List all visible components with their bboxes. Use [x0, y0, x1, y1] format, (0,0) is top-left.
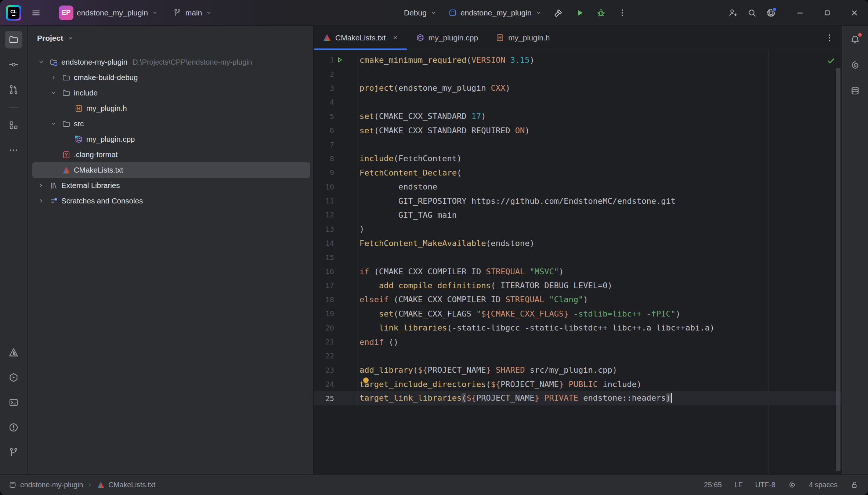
tool-window-button-cmake[interactable] — [5, 344, 22, 361]
clion-logo-icon[interactable]: CL — [6, 5, 21, 21]
tool-window-button-notifications[interactable] — [846, 31, 864, 48]
inspections-ok-icon[interactable] — [826, 56, 836, 65]
tool-window-button-terminal[interactable] — [5, 394, 22, 411]
code-line-8[interactable]: 8include(FetchContent) — [314, 152, 842, 166]
code-line-18[interactable]: 18elseif (CMAKE_CXX_COMPILER_ID STREQUAL… — [314, 293, 842, 307]
chevron-right-icon[interactable] — [37, 182, 45, 189]
status-highlighting-level[interactable] — [788, 481, 796, 489]
run-mode-selector[interactable]: Debug — [399, 6, 442, 20]
editor-tab-cmakelists-txt[interactable]: CMakeLists.txt — [314, 26, 407, 50]
gutter-line-4[interactable]: 4 — [314, 95, 358, 109]
code-line-11[interactable]: 11 GIT_REPOSITORY https://github.com/End… — [314, 194, 842, 208]
chevron-down-icon[interactable] — [50, 120, 57, 127]
minimize-button[interactable] — [786, 0, 814, 26]
editor-scrollbar[interactable] — [836, 68, 840, 471]
code-line-21[interactable]: 21endif () — [314, 335, 842, 349]
code-editor[interactable]: 1cmake_minimum_required(VERSION 3.15)23p… — [314, 50, 842, 474]
gutter-line-1[interactable]: 1 — [314, 53, 358, 67]
tool-window-button-version-control[interactable] — [5, 444, 22, 461]
gutter-line-5[interactable]: 5 — [314, 109, 358, 123]
tool-window-button-commit[interactable] — [5, 56, 22, 73]
tool-window-button-structure[interactable] — [5, 116, 22, 134]
gutter-line-19[interactable]: 19 — [314, 307, 358, 321]
code-line-7[interactable]: 7 — [314, 137, 842, 151]
code-line-2[interactable]: 2 — [314, 67, 842, 81]
tree-expander[interactable] — [37, 182, 46, 189]
tool-window-button-database[interactable] — [846, 82, 864, 100]
tree-item--clang-format[interactable]: .clang-format — [32, 147, 310, 162]
gutter-line-12[interactable]: 12 — [314, 208, 358, 222]
maximize-button[interactable] — [814, 0, 841, 26]
gutter-line-11[interactable]: 11 — [314, 194, 358, 208]
tree-expander[interactable] — [49, 89, 58, 97]
gutter-line-3[interactable]: 3 — [314, 81, 358, 95]
gutter-line-7[interactable]: 7 — [314, 137, 358, 151]
tool-window-button-ai-assistant[interactable] — [846, 57, 864, 74]
code-with-me-button[interactable] — [723, 4, 742, 22]
gutter-line-18[interactable]: 18 — [314, 293, 358, 307]
tool-window-button-services[interactable] — [5, 369, 22, 386]
code-line-13[interactable]: 13) — [314, 222, 842, 236]
chevron-right-icon[interactable] — [37, 197, 45, 205]
gutter-line-20[interactable]: 20 — [314, 321, 358, 335]
project-panel-header[interactable]: Project — [28, 26, 313, 51]
project-widget[interactable]: EP endstone_my_plugin — [54, 3, 163, 23]
code-line-5[interactable]: 5set(CMAKE_CXX_STANDARD 17) — [314, 109, 842, 123]
gutter-line-15[interactable]: 15 — [314, 250, 358, 264]
gutter-line-23[interactable]: 23 — [314, 363, 358, 377]
code-line-10[interactable]: 10 endstone — [314, 180, 842, 194]
code-line-12[interactable]: 12 GIT_TAG main — [314, 208, 842, 222]
status-file-writable[interactable] — [850, 481, 858, 489]
tree-item-endstone-my-plugin[interactable]: endstone-my-pluginD:\Projects\CPP\endsto… — [32, 54, 310, 70]
gutter-line-25[interactable]: 25 — [314, 391, 358, 405]
gutter-line-17[interactable]: 17 — [314, 278, 358, 292]
tab-close-icon[interactable] — [392, 35, 398, 41]
tree-item-cmake-build-debug[interactable]: cmake-build-debug — [32, 70, 310, 85]
gutter-line-21[interactable]: 21 — [314, 335, 358, 349]
code-line-25[interactable]: 25target_link_libraries(${PROJECT_NAME} … — [314, 391, 842, 405]
code-line-15[interactable]: 15 — [314, 250, 842, 264]
editor-tab-my-plugin-cpp[interactable]: my_plugin.cpp — [407, 26, 487, 50]
tree-item-cmakelists-txt[interactable]: CMakeLists.txt — [32, 162, 310, 178]
tree-item-my-plugin-h[interactable]: my_plugin.h — [32, 101, 310, 116]
chevron-down-icon[interactable] — [50, 89, 57, 97]
editor-tab-my-plugin-h[interactable]: my_plugin.h — [487, 26, 558, 50]
code-line-24[interactable]: 24target_include_directories(${PROJECT_N… — [314, 377, 842, 391]
run-line-icon[interactable] — [335, 55, 344, 64]
debug-button[interactable] — [592, 4, 611, 22]
tree-item-external-libraries[interactable]: External Libraries — [32, 178, 310, 193]
breadcrumb-cmakelists-txt[interactable]: CMakeLists.txt — [97, 481, 155, 489]
close-button[interactable] — [841, 0, 868, 26]
code-line-20[interactable]: 20 link_libraries(-static-libgcc -static… — [314, 321, 842, 335]
gutter-line-22[interactable]: 22 — [314, 349, 358, 363]
vcs-branch-widget[interactable]: main — [168, 5, 217, 21]
gutter-line-13[interactable]: 13 — [314, 222, 358, 236]
search-everywhere-button[interactable] — [742, 4, 762, 22]
settings-button[interactable] — [762, 4, 781, 22]
code-line-9[interactable]: 9FetchContent_Declare( — [314, 166, 842, 180]
code-line-3[interactable]: 3project(endstone_my_plugin CXX) — [314, 81, 842, 95]
gutter-line-16[interactable]: 16 — [314, 264, 358, 278]
status-file-encoding[interactable]: UTF-8 — [755, 481, 775, 489]
status-indent-style[interactable]: 4 spaces — [809, 481, 838, 489]
status-caret-position[interactable]: 25:65 — [704, 481, 722, 489]
tool-window-button-pull-requests[interactable] — [5, 81, 22, 98]
tree-item-scratches-and-consoles[interactable]: Scratches and Consoles — [32, 193, 310, 209]
code-line-22[interactable]: 22 — [314, 349, 842, 363]
tree-item-include[interactable]: include — [32, 85, 310, 101]
code-line-6[interactable]: 6set(CMAKE_CXX_STANDARD_REQUIRED ON) — [314, 123, 842, 137]
tool-window-button-project[interactable] — [5, 31, 22, 48]
gutter-line-14[interactable]: 14 — [314, 236, 358, 250]
main-menu-button[interactable] — [26, 4, 46, 22]
tree-item-my-plugin-cpp[interactable]: my_plugin.cpp — [32, 131, 310, 147]
gutter-line-24[interactable]: 24 — [314, 377, 358, 391]
code-line-17[interactable]: 17 add_compile_definitions(_ITERATOR_DEB… — [314, 278, 842, 292]
tree-expander[interactable] — [49, 120, 58, 127]
tab-options-button[interactable] — [825, 26, 834, 50]
tree-expander[interactable] — [37, 58, 46, 66]
gutter-line-9[interactable]: 9 — [314, 166, 358, 180]
code-line-1[interactable]: 1cmake_minimum_required(VERSION 3.15) — [314, 53, 842, 67]
tree-expander[interactable] — [37, 197, 46, 205]
chevron-right-icon[interactable] — [50, 74, 57, 81]
gutter-line-10[interactable]: 10 — [314, 180, 358, 194]
